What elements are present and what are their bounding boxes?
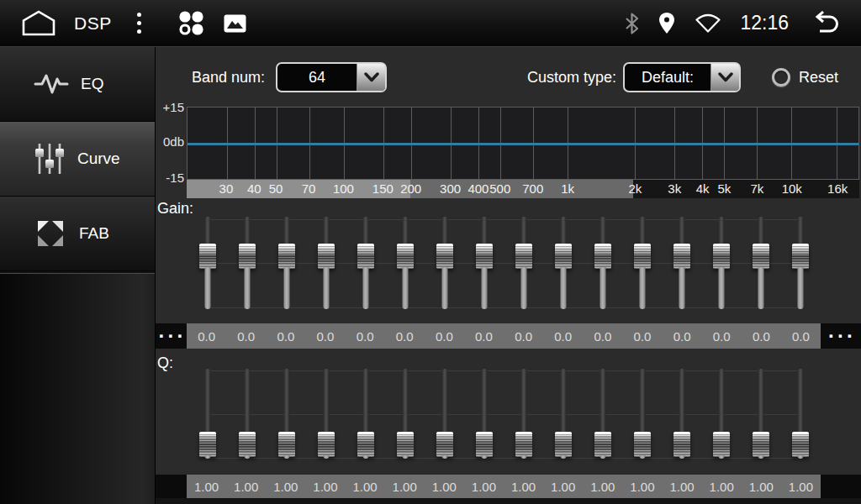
- gain-slider[interactable]: [713, 217, 730, 309]
- reset-button[interactable]: Reset: [772, 62, 838, 92]
- gain-slider[interactable]: [594, 217, 611, 309]
- slider-track-lower: [324, 267, 330, 309]
- slider-thumb[interactable]: [673, 244, 690, 269]
- slider-thumb[interactable]: [792, 432, 809, 457]
- overflow-menu-icon[interactable]: [134, 9, 145, 37]
- slider-thumb[interactable]: [476, 244, 493, 269]
- gain-value: 0.0: [583, 323, 622, 349]
- slider-thumb[interactable]: [555, 244, 572, 269]
- q-slider[interactable]: [792, 369, 809, 459]
- gain-slider[interactable]: [753, 217, 769, 309]
- slider-thumb[interactable]: [515, 432, 532, 457]
- eq-waveform-icon: [34, 70, 69, 98]
- q-value-cells: 1.00 1.00 1.00 1.00 1.00 1.00 1.00 1.00 …: [187, 475, 821, 498]
- slider-thumb[interactable]: [397, 432, 414, 457]
- q-slider[interactable]: [555, 369, 572, 459]
- sidebar-empty-area: [0, 273, 155, 504]
- gain-slider[interactable]: [555, 217, 572, 309]
- slider-thumb[interactable]: [476, 432, 493, 457]
- q-slider[interactable]: [673, 369, 690, 459]
- slider-track-upper: [482, 217, 488, 245]
- q-slider[interactable]: [239, 369, 256, 459]
- gain-slider[interactable]: [239, 217, 256, 309]
- q-slider[interactable]: [318, 369, 335, 459]
- slider-thumb[interactable]: [753, 244, 769, 269]
- slider-thumb[interactable]: [673, 432, 690, 457]
- gain-slider[interactable]: [357, 217, 374, 309]
- slider-thumb[interactable]: [357, 244, 374, 269]
- gain-scroll-right-button[interactable]: ···: [821, 323, 861, 349]
- slider-thumb[interactable]: [713, 432, 730, 457]
- q-slider[interactable]: [753, 369, 769, 459]
- slider-track-lower: [561, 455, 567, 459]
- slider-thumb[interactable]: [634, 244, 651, 269]
- gain-slider[interactable]: [397, 217, 414, 309]
- gain-slider[interactable]: [318, 217, 335, 309]
- slider-thumb[interactable]: [713, 244, 730, 269]
- chevron-down-icon[interactable]: [357, 64, 385, 91]
- gain-slider[interactable]: [515, 217, 532, 309]
- slider-thumb[interactable]: [753, 432, 769, 457]
- slider-thumb[interactable]: [594, 244, 611, 269]
- slider-thumb[interactable]: [436, 244, 453, 269]
- q-slider[interactable]: [357, 369, 374, 459]
- freq-tick-label: 300: [440, 180, 461, 198]
- gain-scroll-left-button[interactable]: ···: [156, 323, 187, 349]
- q-slider[interactable]: [476, 369, 493, 459]
- gain-slider[interactable]: [634, 217, 651, 309]
- q-slider[interactable]: [199, 369, 216, 459]
- slider-thumb[interactable]: [594, 432, 611, 457]
- gain-slider[interactable]: [673, 217, 690, 309]
- slider-track-lower: [442, 267, 448, 309]
- slider-thumb[interactable]: [199, 432, 216, 457]
- q-slider[interactable]: [436, 369, 453, 459]
- slider-thumb[interactable]: [515, 244, 532, 269]
- sidebar-item-eq[interactable]: EQ: [0, 47, 155, 122]
- gain-slider[interactable]: [792, 217, 809, 309]
- gain-value: 0.0: [464, 323, 504, 349]
- reset-radio-icon[interactable]: [772, 68, 790, 87]
- sidebar-item-fab[interactable]: FAB: [0, 197, 155, 271]
- slider-thumb[interactable]: [239, 244, 256, 269]
- q-value: 1.00: [305, 475, 345, 498]
- sidebar-item-label: EQ: [81, 75, 103, 93]
- gain-slider[interactable]: [278, 217, 295, 309]
- slider-thumb[interactable]: [555, 432, 572, 457]
- gain-slider[interactable]: [436, 217, 453, 309]
- gain-slider[interactable]: [476, 217, 493, 309]
- slider-thumb[interactable]: [199, 244, 216, 269]
- freq-tick-label: 1k: [561, 180, 574, 198]
- slider-thumb[interactable]: [357, 432, 374, 457]
- home-icon[interactable]: [20, 9, 57, 37]
- slider-thumb[interactable]: [278, 432, 295, 457]
- q-slider[interactable]: [713, 369, 730, 459]
- q-slider[interactable]: [278, 369, 295, 459]
- slider-thumb[interactable]: [318, 432, 335, 457]
- q-slider[interactable]: [634, 369, 651, 459]
- band-num-value: 64: [277, 64, 357, 91]
- slider-thumb[interactable]: [397, 244, 414, 269]
- q-slider[interactable]: [397, 369, 414, 459]
- slider-track-lower: [679, 455, 685, 459]
- slider-track-lower: [245, 455, 251, 459]
- chevron-down-icon[interactable]: [710, 64, 739, 91]
- sidebar-item-curve[interactable]: Curve: [0, 122, 155, 197]
- slider-thumb[interactable]: [634, 432, 651, 457]
- slider-thumb[interactable]: [318, 244, 335, 269]
- frequency-axis-strip[interactable]: 30 40 50 70 100 150 200 300 400 500 700: [187, 180, 859, 198]
- slider-thumb[interactable]: [792, 244, 809, 269]
- slider-thumb[interactable]: [436, 432, 453, 457]
- apps-clover-icon[interactable]: [177, 9, 205, 38]
- band-num-dropdown[interactable]: 64: [276, 62, 387, 92]
- gain-slider[interactable]: [199, 217, 216, 309]
- q-slider[interactable]: [515, 369, 532, 459]
- custom-type-dropdown[interactable]: Default:: [623, 62, 741, 92]
- slider-track-lower: [284, 267, 290, 309]
- q-slider[interactable]: [594, 369, 611, 459]
- dsp-app-screen: DSP: [0, 0, 861, 504]
- back-icon[interactable]: [807, 11, 841, 35]
- slider-thumb[interactable]: [278, 244, 295, 269]
- slider-thumb[interactable]: [239, 432, 256, 457]
- freq-tick-label: 4k: [696, 180, 710, 198]
- gallery-icon[interactable]: [224, 14, 246, 33]
